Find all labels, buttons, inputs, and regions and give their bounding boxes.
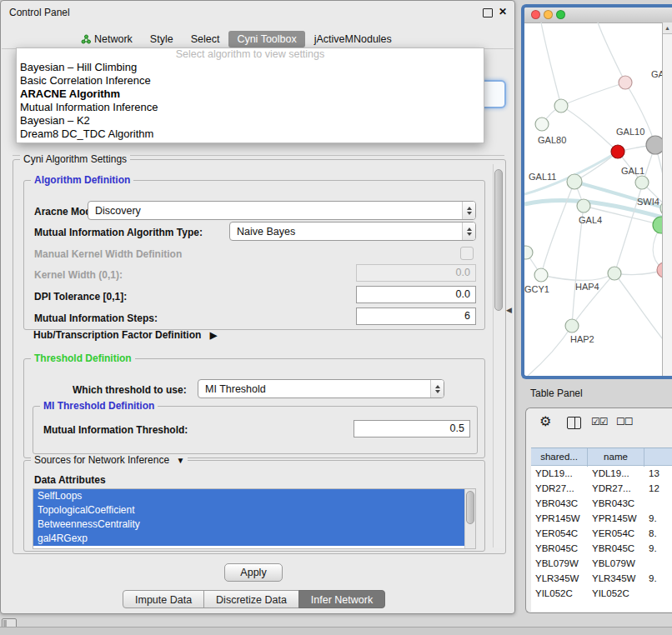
combo-stepper-icon (430, 380, 444, 398)
dropdown-item-dream8-dc-tdc-algorithm[interactable]: Dream8 DC_TDC Algorithm (17, 128, 484, 141)
dpi-tolerance-field[interactable]: 0.0 (356, 286, 476, 303)
table-row[interactable]: YER054CYER054C8. (531, 526, 672, 541)
group-title: Algorithm Definition (31, 174, 133, 186)
apply-button[interactable]: Apply (224, 563, 283, 582)
settings-scrollbar[interactable] (493, 164, 504, 548)
table-cell: YBR045C (588, 541, 644, 556)
node-label-gal11: GAL11 (529, 172, 556, 182)
float-window-icon[interactable] (483, 8, 493, 18)
hub-definition-expander[interactable]: Hub/Transcription Factor Definition ▶ (33, 329, 217, 341)
tab-label: Cyni Toolbox (237, 33, 296, 45)
tab-style[interactable]: Style (142, 31, 182, 48)
tab-network[interactable]: Network (73, 31, 141, 48)
expand-arrow-icon: ▶ (210, 330, 217, 340)
table-column-header[interactable]: shared... (531, 448, 588, 467)
manual-kernel-checkbox[interactable] (460, 247, 474, 260)
mi-threshold-field[interactable]: 0.5 (354, 420, 470, 438)
combo-value: MI Threshold (198, 383, 430, 395)
network-node[interactable] (611, 145, 624, 158)
cyni-algorithm-settings-group: Cyni Algorithm Settings Algorithm Defini… (13, 159, 506, 554)
table-panel-label: Table Panel (530, 388, 583, 399)
dropdown-item-mutual-information-inference[interactable]: Mutual Information Inference (17, 101, 484, 114)
select-all-icon[interactable]: ☑☑ (591, 416, 608, 428)
zoom-traffic-light[interactable] (556, 10, 565, 19)
table-column-header[interactable] (644, 448, 672, 467)
table-header-row: shared...name (531, 448, 672, 466)
dropdown-item-bayesian-hill-climbing[interactable]: Bayesian – Hill Climbing (17, 61, 484, 74)
table-panel-window: ⚙ ☑☑ ☐☐ shared...name YDL19...YDL19...13… (525, 408, 672, 613)
mi-type-select[interactable]: Naive Bayes (229, 222, 476, 241)
scroll-up-icon[interactable]: ▲ (663, 22, 672, 34)
table-row[interactable]: YBR043CYBR043C (531, 496, 672, 511)
table-row[interactable]: YLR345WYLR345W9. (531, 571, 672, 586)
tab-jactivemnodules[interactable]: jActiveMNodules (306, 31, 400, 48)
node-label-gal80: GAL80 (538, 135, 566, 145)
network-node[interactable] (646, 136, 663, 154)
table-cell: YER054C (531, 526, 588, 541)
table-row[interactable]: YBL079WYBL079W (531, 556, 672, 571)
deselect-all-icon[interactable]: ☐☐ (616, 416, 633, 428)
tab-cyni-toolbox[interactable]: Cyni Toolbox (228, 31, 304, 48)
bottom-tab-discretize-data[interactable]: Discretize Data (203, 590, 299, 608)
table-cell: YER054C (588, 526, 644, 541)
close-icon[interactable]: ✕ (499, 6, 507, 18)
bottom-tab-impute-data[interactable]: Impute Data (123, 590, 204, 608)
node-label-gal: GAL (651, 69, 663, 79)
attribute-item-gal4rgexp[interactable]: gal4RGexp (33, 532, 475, 546)
table-row[interactable]: YPR145WYPR145W9. (531, 511, 672, 526)
table-row[interactable]: YIL052CYIL052C (531, 586, 672, 601)
mi-steps-field[interactable]: 6 (356, 308, 476, 325)
table-row[interactable]: YDL19...YDL19...13 (531, 466, 672, 481)
checked-box-icon: ☑ (591, 416, 599, 428)
which-threshold-select[interactable]: MI Threshold (198, 379, 444, 398)
table-cell: YPR145W (588, 511, 644, 526)
column-settings-icon[interactable] (567, 417, 581, 429)
network-node[interactable] (619, 76, 632, 89)
table-cell (644, 586, 672, 601)
network-node[interactable] (567, 174, 582, 189)
collapse-arrow-icon: ▼ (176, 456, 184, 465)
bottom-status-strip (0, 627, 672, 635)
dropdown-item-bayesian-k2[interactable]: Bayesian – K2 (17, 114, 484, 128)
splitter-collapse-icon[interactable]: ◀ (506, 306, 512, 314)
table-column-header[interactable]: name (588, 448, 644, 467)
sources-expander[interactable]: Sources for Network Inference ▼ (31, 454, 188, 466)
close-traffic-light[interactable] (531, 10, 540, 19)
network-edge (541, 22, 561, 106)
data-attributes-label: Data Attributes (34, 474, 106, 486)
network-node[interactable] (577, 199, 590, 212)
dropdown-item-basic-correlation-inference[interactable]: Basic Correlation Inference (17, 74, 484, 88)
table-cell: 13 (644, 466, 672, 481)
sources-title: Sources for Network Inference (34, 454, 169, 466)
network-node[interactable] (554, 99, 568, 112)
algorithm-dropdown-items: Bayesian – Hill ClimbingBasic Correlatio… (17, 61, 484, 141)
table-row[interactable]: YDR27...YDR27...12 (531, 481, 672, 496)
table-cell: 8. (644, 526, 672, 541)
attribute-item-selfloops[interactable]: SelfLoops (33, 489, 475, 503)
attribute-item-betweennesscentrality[interactable]: BetweennessCentrality (33, 518, 475, 532)
table-cell: YIL052C (531, 586, 588, 601)
attribute-item-topologicalcoefficient[interactable]: TopologicalCoefficient (33, 503, 475, 518)
which-threshold-label: Which threshold to use: (73, 384, 187, 396)
table-row[interactable]: YBR045CYBR045C9. (531, 541, 672, 556)
network-node[interactable] (534, 268, 548, 282)
network-node[interactable] (635, 176, 649, 189)
network-scrollbar[interactable]: ▲ (662, 22, 672, 376)
network-node[interactable] (535, 118, 549, 131)
network-node[interactable] (608, 267, 621, 280)
list-scrollbar[interactable] (464, 489, 475, 548)
dropdown-item-aracne-algorithm[interactable]: ARACNE Algorithm (17, 88, 484, 101)
gear-icon[interactable]: ⚙ (539, 413, 551, 429)
tab-label: Select (191, 33, 220, 45)
minimize-traffic-light[interactable] (544, 10, 553, 19)
checked-box-icon: ☑ (599, 416, 608, 428)
tab-select[interactable]: Select (183, 31, 228, 48)
scrollbar-thumb[interactable] (494, 169, 503, 311)
network-node[interactable] (565, 319, 579, 332)
network-node[interactable] (524, 246, 533, 259)
scrollbar-thumb[interactable] (466, 491, 474, 524)
aracne-mode-select[interactable]: Discovery (88, 201, 476, 220)
network-titlebar[interactable] (524, 8, 672, 23)
bottom-tab-infer-network[interactable]: Infer Network (298, 590, 385, 608)
network-canvas[interactable]: GALGAL80GAL10GAL11GAL1SWI4GAL4GCY1HAP4HA… (524, 22, 663, 376)
